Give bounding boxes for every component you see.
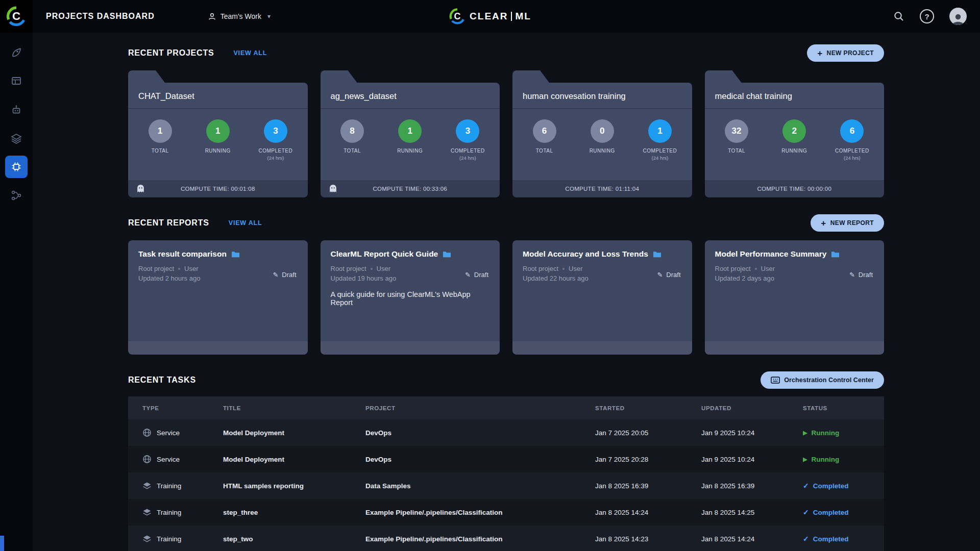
clearml-logo[interactable]: C [0,0,33,33]
running-count: 1 [206,119,230,143]
nav-item-datasets[interactable] [5,127,28,149]
running-play-icon: ▶ [803,430,807,436]
orchestration-chip-icon [11,161,22,172]
project-name: CHAT_Dataset [128,83,308,109]
status-badge: ✓ Completed [803,482,884,490]
clearml-logo-icon: C [6,6,27,27]
task-type: Training [157,535,181,543]
training-layers-icon [142,508,152,517]
projects-view-all-link[interactable]: VIEW ALL [233,49,267,57]
pencil-icon: ✎ [465,271,471,279]
nav-item-projects[interactable] [5,70,28,92]
report-card-footer [128,341,308,355]
completed-sub-label: (24 hrs) [267,155,284,161]
task-project: Example Pipeline/.pipelines/Classificati… [365,535,595,543]
search-icon[interactable] [893,11,904,22]
total-count: 6 [533,119,556,143]
pencil-icon: ✎ [273,271,278,279]
brand-clear-text: CLEAR [470,11,508,22]
column-project[interactable]: PROJECT [365,405,595,411]
folder-tab [512,70,549,83]
brand-c-icon: C [449,8,466,25]
report-card-footer [512,341,692,355]
project-card[interactable]: CHAT_Dataset 1TOTAL 1RUNNING 3COMPLETED(… [128,70,308,197]
compute-time: COMPUTE TIME: 00:01:08 [181,186,255,192]
task-row[interactable]: Training HTML samples reporting Data Sam… [128,472,884,499]
task-updated: Jan 9 2025 10:24 [701,456,803,463]
task-project: DevOps [365,429,595,437]
completed-check-icon: ✓ [803,508,809,516]
nav-item-dashboard[interactable] [5,41,28,64]
task-updated: Jan 8 2025 14:25 [701,509,803,516]
task-updated: Jan 8 2025 14:24 [701,535,803,543]
project-card[interactable]: human convesation training 6TOTAL 0RUNNI… [512,70,692,197]
status-badge: ▶ Running [803,456,884,463]
new-project-button[interactable]: + NEW PROJECT [807,44,884,62]
report-card[interactable]: Task result comparison Root project User… [128,240,308,355]
running-label: RUNNING [205,148,231,154]
compute-time: COMPUTE TIME: 00:33:06 [373,186,447,192]
report-card-footer [321,341,500,355]
task-started: Jan 7 2025 20:05 [595,429,701,437]
ghost-icon [329,184,337,193]
report-author: User [184,265,198,272]
nav-item-pipelines[interactable] [5,184,28,207]
task-row[interactable]: Training step_two Example Pipeline/.pipe… [128,525,884,551]
nav-item-orchestration[interactable] [5,156,28,178]
task-row[interactable]: Service Model Deployment DevOps Jan 7 20… [128,446,884,472]
task-project: Example Pipeline/.pipelines/Classificati… [365,509,595,516]
project-card[interactable]: medical chat training 32TOTAL 2RUNNING 6… [705,70,885,197]
recent-reports-title: RECENT REPORTS [128,218,209,228]
recent-tasks-title: RECENT TASKS [128,375,196,385]
task-project: Data Samples [365,482,595,490]
running-count: 0 [591,119,614,143]
user-avatar[interactable] [949,8,967,25]
compute-time-bar: COMPUTE TIME: 00:33:06 [321,180,500,197]
report-folder-icon [231,251,240,258]
task-title: step_two [223,535,365,543]
workspace-selector[interactable]: Team's Work ▾ [208,12,271,21]
task-type: Service [157,429,180,437]
reports-view-all-link[interactable]: VIEW ALL [229,219,262,227]
task-row[interactable]: Service Model Deployment DevOps Jan 7 20… [128,419,884,446]
help-icon[interactable]: ? [920,9,934,23]
running-label: RUNNING [590,148,615,154]
completed-label: COMPLETED [835,148,869,154]
project-card[interactable]: ag_news_dataset 8TOTAL 1RUNNING 3COMPLET… [321,70,500,197]
task-title: Model Deployment [223,429,365,437]
chevron-down-icon: ▾ [267,13,271,20]
report-card[interactable]: Model Performance Summary Root project U… [705,240,885,355]
workspace-name: Team's Work [220,12,261,20]
running-label: RUNNING [781,148,807,154]
dashboard-rocket-icon [11,47,22,58]
column-type[interactable]: TYPE [142,405,223,411]
task-row[interactable]: Training step_three Example Pipeline/.pi… [128,499,884,525]
column-started[interactable]: STARTED [595,405,701,411]
report-card-footer [705,341,885,355]
service-globe-icon [142,428,152,437]
recent-tasks-table: TYPE TITLE PROJECT STARTED UPDATED STATU… [128,396,884,551]
task-title: HTML samples reporting [223,482,365,490]
report-title: Model Accuracy and Loss Trends [523,249,648,259]
running-count: 1 [398,119,422,143]
column-status[interactable]: STATUS [803,405,884,411]
folder-tab [128,70,165,83]
avatar-person-icon [951,13,965,25]
project-name: ag_news_dataset [321,83,500,109]
report-card[interactable]: Model Accuracy and Loss Trends Root proj… [512,240,692,355]
task-project: DevOps [365,456,595,463]
control-center-grid-icon [771,377,780,384]
brand-logo: C CLEAR ML [449,0,531,33]
recent-projects-title: RECENT PROJECTS [128,48,214,58]
task-type: Training [157,482,181,490]
report-project: Root project [331,265,366,272]
completed-sub-label: (24 hrs) [459,155,476,161]
column-title[interactable]: TITLE [223,405,365,411]
nav-item-workers[interactable] [5,98,28,121]
new-report-button[interactable]: + NEW REPORT [811,214,884,232]
report-author: User [761,265,775,272]
folder-tab [321,70,357,83]
column-updated[interactable]: UPDATED [701,405,803,411]
report-card[interactable]: ClearML Report Quick Guide Root project … [321,240,500,355]
orchestration-control-center-button[interactable]: Orchestration Control Center [761,371,884,389]
